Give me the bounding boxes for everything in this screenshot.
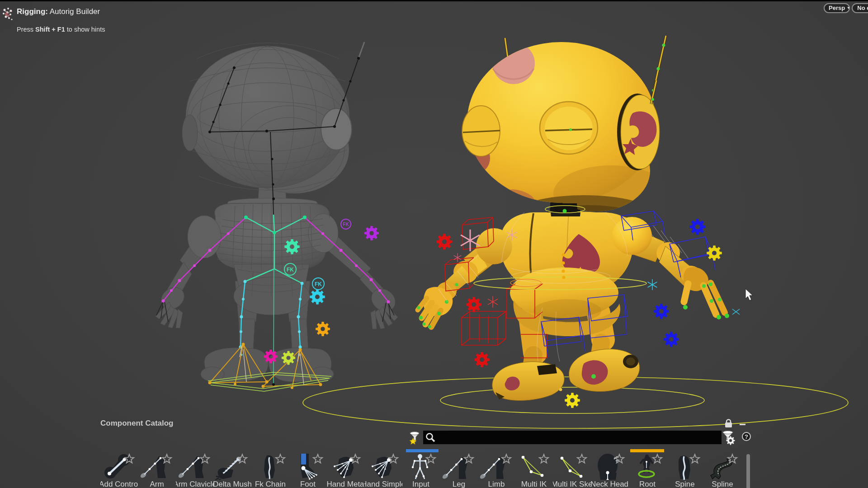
- svg-text:FK: FK: [315, 281, 322, 287]
- svg-text:FK: FK: [287, 267, 294, 273]
- svg-text:FK: FK: [343, 222, 349, 227]
- svg-text:?: ?: [745, 433, 748, 440]
